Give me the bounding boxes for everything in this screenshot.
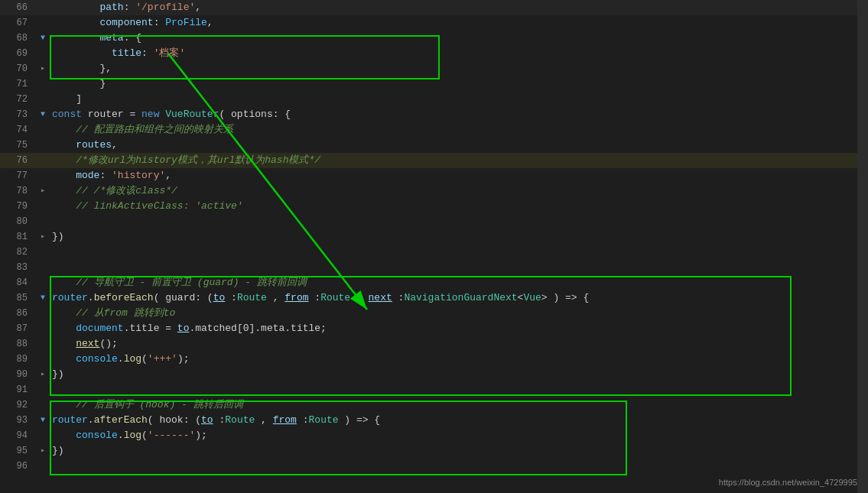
line-89: 89 console.log('+++'); xyxy=(0,352,868,367)
line-content-90: }) xyxy=(49,367,868,382)
line-96: 96 xyxy=(0,459,868,474)
line-num-86: 86 xyxy=(0,306,37,321)
line-91: 91 xyxy=(0,382,868,397)
line-num-77: 77 xyxy=(0,168,37,183)
line-content-73: const router = new VueRouter( options: { xyxy=(49,107,868,122)
line-content-70: }, xyxy=(49,61,868,76)
line-content-87: document.title = to.matched[0].meta.titl… xyxy=(49,321,868,336)
line-num-73: 73 xyxy=(0,107,37,122)
line-num-72: 72 xyxy=(0,92,37,107)
line-num-89: 89 xyxy=(0,352,37,367)
line-num-69: 69 xyxy=(0,46,37,61)
line-num-92: 92 xyxy=(0,397,37,413)
line-content-77: mode: 'history', xyxy=(49,168,868,183)
line-content-67: component: ProFile, xyxy=(49,15,868,31)
line-69: 69 title: '档案' xyxy=(0,46,868,61)
fold-68[interactable]: ▼ xyxy=(37,31,49,46)
line-num-88: 88 xyxy=(0,336,37,352)
line-content-94: console.log('------'); xyxy=(49,428,868,443)
line-94: 94 console.log('------'); xyxy=(0,428,868,443)
line-74: 74 // 配置路由和组件之间的映射关系 xyxy=(0,122,868,138)
line-content-78: // /*修改该class*/ xyxy=(49,183,868,199)
line-82: 82 xyxy=(0,245,868,260)
line-num-84: 84 xyxy=(0,275,37,290)
line-num-79: 79 xyxy=(0,199,37,214)
line-num-68: 68 xyxy=(0,31,37,46)
line-content-76: /*修改url为history模式，其url默认为hash模式*/ xyxy=(49,153,868,168)
fold-93[interactable]: ▼ xyxy=(37,413,49,428)
line-76: 76 /*修改url为history模式，其url默认为hash模式*/ xyxy=(0,153,868,168)
line-content-72: ] xyxy=(49,92,868,107)
line-num-81: 81 xyxy=(0,229,37,245)
fold-85[interactable]: ▼ xyxy=(37,290,49,306)
line-content-66: path: '/profile', xyxy=(49,0,868,15)
line-90: 90 ▸ }) xyxy=(0,367,868,382)
line-num-95: 95 xyxy=(0,443,37,459)
line-num-80: 80 xyxy=(0,214,37,229)
line-content-79: // linkActiveClass: 'active' xyxy=(49,199,868,214)
line-70: 70 ▸ }, xyxy=(0,61,868,76)
line-66: 66 path: '/profile', xyxy=(0,0,868,15)
line-content-68: meta: { xyxy=(49,31,868,46)
line-num-91: 91 xyxy=(0,382,37,397)
line-84: 84 // 导航守卫 - 前置守卫 (guard) - 跳转前回调 xyxy=(0,275,868,290)
line-92: 92 // 后置钩子 (hook) - 跳转后回调 xyxy=(0,397,868,413)
line-num-90: 90 xyxy=(0,367,37,382)
line-87: 87 document.title = to.matched[0].meta.t… xyxy=(0,321,868,336)
line-content-74: // 配置路由和组件之间的映射关系 xyxy=(49,122,868,138)
line-content-89: console.log('+++'); xyxy=(49,352,868,367)
line-83: 83 xyxy=(0,260,868,275)
fold-78[interactable]: ▸ xyxy=(37,183,49,199)
line-71: 71 } xyxy=(0,76,868,92)
line-num-93: 93 xyxy=(0,413,37,428)
line-content-93: router.afterEach( hook: (to :Route , fro… xyxy=(49,413,868,428)
line-95: 95 ▸ }) xyxy=(0,443,868,459)
line-75: 75 routes, xyxy=(0,138,868,153)
line-68: 68 ▼ meta: { xyxy=(0,31,868,46)
watermark: https://blog.csdn.net/weixin_47299953 xyxy=(719,478,862,487)
line-num-74: 74 xyxy=(0,122,37,138)
line-content-84: // 导航守卫 - 前置守卫 (guard) - 跳转前回调 xyxy=(49,275,868,290)
line-content-69: title: '档案' xyxy=(49,46,868,61)
line-81: 81 ▸ }) xyxy=(0,229,868,245)
line-80: 80 xyxy=(0,214,868,229)
line-77: 77 mode: 'history', xyxy=(0,168,868,183)
line-85: 85 ▼ router.beforeEach( guard: (to :Rout… xyxy=(0,290,868,306)
line-num-82: 82 xyxy=(0,245,37,260)
line-88: 88 next(); xyxy=(0,336,868,352)
line-72: 72 ] xyxy=(0,92,868,107)
line-num-70: 70 xyxy=(0,61,37,76)
line-67: 67 component: ProFile, xyxy=(0,15,868,31)
line-content-85: router.beforeEach( guard: (to :Route , f… xyxy=(49,290,868,306)
line-num-78: 78 xyxy=(0,183,37,199)
fold-73[interactable]: ▼ xyxy=(37,107,49,122)
line-num-66: 66 xyxy=(0,0,37,15)
line-73: 73 ▼ const router = new VueRouter( optio… xyxy=(0,107,868,122)
fold-81[interactable]: ▸ xyxy=(37,229,49,245)
code-editor: 66 path: '/profile', 67 component: ProFi… xyxy=(0,0,868,493)
line-num-87: 87 xyxy=(0,321,37,336)
line-content-75: routes, xyxy=(49,138,868,153)
line-content-88: next(); xyxy=(49,336,868,352)
scrollbar[interactable] xyxy=(857,0,868,493)
line-num-83: 83 xyxy=(0,260,37,275)
line-num-71: 71 xyxy=(0,76,37,92)
line-content-86: // 从from 跳转到to xyxy=(49,306,868,321)
line-num-75: 75 xyxy=(0,138,37,153)
line-78: 78 ▸ // /*修改该class*/ xyxy=(0,183,868,199)
line-num-67: 67 xyxy=(0,15,37,31)
line-content-92: // 后置钩子 (hook) - 跳转后回调 xyxy=(49,397,868,413)
line-86: 86 // 从from 跳转到to xyxy=(0,306,868,321)
line-num-85: 85 xyxy=(0,290,37,306)
line-content-71: } xyxy=(49,76,868,92)
fold-90[interactable]: ▸ xyxy=(37,367,49,382)
fold-70[interactable]: ▸ xyxy=(37,61,49,76)
line-93: 93 ▼ router.afterEach( hook: (to :Route … xyxy=(0,413,868,428)
line-num-76: 76 xyxy=(0,153,37,168)
line-79: 79 // linkActiveClass: 'active' xyxy=(0,199,868,214)
fold-95[interactable]: ▸ xyxy=(37,443,49,459)
line-content-95: }) xyxy=(49,443,868,459)
line-content-81: }) xyxy=(49,229,868,245)
line-num-96: 96 xyxy=(0,459,37,474)
line-num-94: 94 xyxy=(0,428,37,443)
